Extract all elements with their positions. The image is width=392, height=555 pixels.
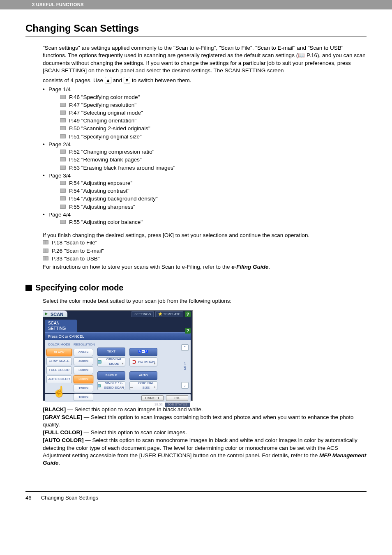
original-mode-button[interactable]: ORIGINAL MODE▸ [97, 357, 125, 366]
auto-option-title: [AUTO COLOR] [43, 437, 84, 443]
book-icon [60, 126, 66, 130]
book-icon [43, 256, 48, 260]
black-option-title: [BLACK] [43, 406, 66, 412]
auto-color-button[interactable]: AUTO COLOR [46, 375, 72, 383]
book-icon [60, 189, 66, 193]
original-size-button[interactable]: ORIGINAL SIZE▸ [129, 381, 157, 390]
text-convert-button[interactable]: A⇔A [129, 348, 157, 357]
template-top-button[interactable]: ⭐ TEMPLATE [155, 311, 183, 318]
consists-line: consists of 4 pages. Use ▲ and ▼ to swit… [43, 77, 367, 84]
ref-link[interactable]: P.26 "Scan to E-mail" [43, 247, 367, 255]
job-status-button[interactable]: JOB STATUS [165, 403, 190, 407]
ref-link[interactable]: P.47 "Selecting original mode" [60, 109, 367, 117]
ref-link[interactable]: P.33 "Scan to USB" [43, 255, 367, 263]
page-group: Page 3/4 P.54 "Adjusting exposure" P.54 … [43, 172, 367, 211]
down-arrow-icon: ▼ [124, 77, 130, 83]
square-bullet-icon [25, 285, 32, 291]
tab-help-icon[interactable]: ? [185, 328, 191, 334]
book-icon [60, 205, 66, 209]
settings-top-button[interactable]: SETTINGS [131, 311, 154, 318]
book-icon [60, 103, 66, 107]
gray-scale-button[interactable]: GRAY SCALE [46, 357, 72, 365]
full-option-desc: — Select this option to scan color image… [82, 429, 187, 435]
res-100-button[interactable]: 100dpi [74, 394, 93, 401]
help-icon[interactable]: ? [185, 311, 191, 317]
book-icon [43, 249, 48, 253]
page-group: Page 4/4 P.55 "Adjusting color balance" [43, 211, 367, 226]
ref-link[interactable]: P.54 "Adjusting background density" [60, 195, 367, 203]
ref-link[interactable]: P.18 "Scan to File" [43, 239, 367, 246]
page-label: Page 3/4 [48, 173, 71, 179]
up-arrow-icon: ▲ [105, 77, 111, 83]
color-mode-label: COLOR MODE [46, 343, 72, 347]
book-icon [60, 157, 66, 161]
page-up-button[interactable]: ⌃ [181, 344, 189, 351]
ok-button[interactable]: OK [166, 395, 188, 401]
pages-list: Page 1/4 P.46 "Specifying color mode" P.… [43, 86, 367, 226]
full-color-button[interactable]: FULL COLOR [46, 366, 72, 374]
res-400-button[interactable]: 400dpi [74, 357, 93, 365]
rotation-button[interactable]: ROTATION▸ [129, 357, 157, 366]
gray-option-desc: — Select this option to scan images cont… [43, 414, 353, 428]
full-option-title: [FULL COLOR] [43, 429, 82, 435]
after-list-text: If you finish changing the desired setti… [43, 232, 367, 239]
consists-mid: and [113, 77, 124, 83]
ref-link[interactable]: P.52 "Changing compression ratio" [60, 148, 367, 156]
ref-link[interactable]: P.54 "Adjusting exposure" [60, 180, 367, 187]
res-200-button[interactable]: 200dpi [74, 375, 93, 383]
res-300-button[interactable]: 300dpi [74, 366, 93, 374]
page-group: Page 2/4 P.52 "Changing compression rati… [43, 141, 367, 172]
page-label: Page 1/4 [48, 86, 71, 92]
cancel-button[interactable]: CANCEL [141, 395, 164, 401]
gray-option-title: [GRAY SCALE] [43, 414, 82, 420]
ref-link[interactable]: P.53 "Erasing black frames around images… [60, 164, 367, 172]
res-150-button[interactable]: 150dpi [74, 385, 93, 392]
auto-button[interactable]: AUTO [129, 371, 157, 380]
book-icon [60, 111, 66, 115]
ref-link[interactable]: P.49 "Changing orientation" [60, 117, 367, 124]
book-icon [60, 134, 66, 138]
black-button[interactable]: BLACK [46, 349, 72, 357]
closing-text: For instructions on how to store your sc… [43, 263, 367, 271]
ref-link[interactable]: P.47 "Specifying resolution" [60, 101, 367, 109]
book-icon [60, 118, 66, 122]
book-icon [60, 150, 66, 154]
original-mode-icon [98, 360, 101, 364]
text-convert-icon: A⇔A [138, 350, 148, 353]
section-heading: Specifying color mode [25, 282, 367, 293]
page-indicator: 13 [184, 362, 186, 371]
auto-option-desc-1: — Select this option to scan monochrome … [43, 437, 357, 458]
scan-setting-tab[interactable]: SCAN SETTING [45, 320, 77, 332]
section-header: 3 USEFUL FUNCTIONS [0, 0, 392, 9]
hand-pointer-icon: ☝ [46, 385, 72, 399]
auto-option-desc-2: . [58, 460, 60, 466]
clock-time: 18:53 [154, 403, 163, 407]
ref-link[interactable]: P.55 "Adjusting color balance" [60, 219, 367, 226]
sided-scan-button[interactable]: SINGLE / 2-SIDED SCAN▸ [97, 381, 125, 390]
scan-setting-screenshot: SCAN SETTINGS ⭐ TEMPLATE ? SCAN SETTING … [43, 310, 193, 401]
ref-link[interactable]: P.51 "Specifying original size" [60, 133, 367, 140]
single-button[interactable]: SINGLE [97, 371, 125, 380]
page-number: 46 [25, 494, 39, 502]
ref-link[interactable]: P.55 "Adjusting sharpness" [60, 203, 367, 211]
ref-link[interactable]: P.46 "Specifying color mode" [60, 94, 367, 101]
page-down-button[interactable]: ⌄ [181, 382, 189, 389]
page-title: Changing Scan Settings [25, 22, 367, 37]
book-icon [60, 95, 66, 99]
rotation-icon [132, 360, 136, 364]
ref-link[interactable]: P.52 "Removing blank pages" [60, 156, 367, 164]
footer-title: Changing Scan Settings [41, 495, 98, 501]
original-size-icon [130, 384, 133, 388]
ref-link[interactable]: P.54 "Adjusting contrast" [60, 187, 367, 195]
page-group: Page 1/4 P.46 "Specifying color mode" P.… [43, 86, 367, 140]
section-intro: Select the color mode best suited to you… [43, 297, 367, 305]
black-option-desc: — Select this option to scan images in b… [66, 406, 203, 412]
color-mode-options: [BLACK] — Select this option to scan ima… [43, 406, 367, 467]
page-footer: 46 Changing Scan Settings [0, 492, 392, 514]
sided-scan-icon [98, 384, 101, 387]
res-600-button[interactable]: 600dpi [74, 349, 93, 357]
text-button[interactable]: TEXT [97, 348, 125, 356]
book-icon [60, 166, 66, 170]
scan-refs: P.18 "Scan to File" P.26 "Scan to E-mail… [43, 239, 367, 263]
ref-link[interactable]: P.50 "Scanning 2-sided originals" [60, 125, 367, 132]
